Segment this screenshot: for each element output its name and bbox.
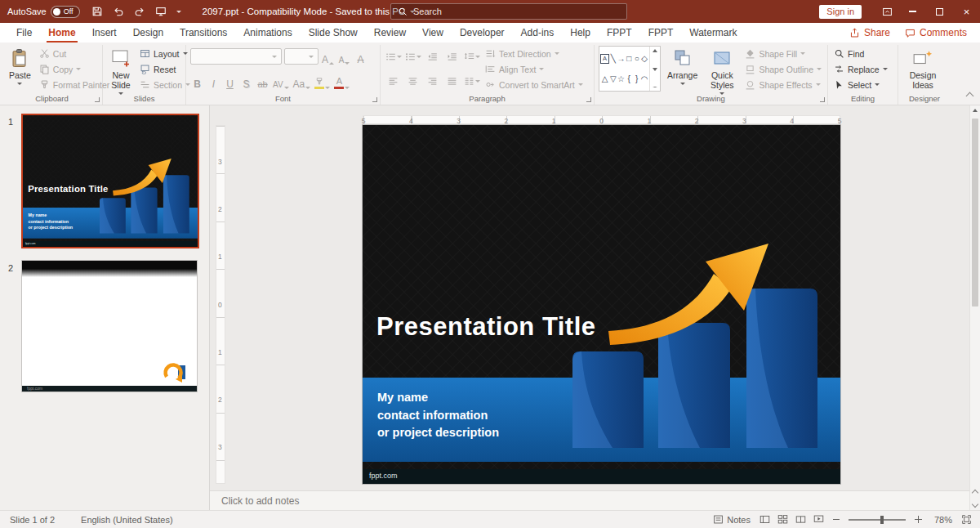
previous-slide-icon[interactable] xyxy=(972,490,978,496)
tab-transitions[interactable]: Transitions xyxy=(172,23,235,43)
zoom-out-icon[interactable] xyxy=(833,519,840,520)
font-name-combobox[interactable] xyxy=(190,48,282,65)
reading-view-icon[interactable] xyxy=(795,514,806,525)
document-title[interactable]: 2097.ppt - Compatibility Mode - Saved to… xyxy=(203,7,416,16)
minimize-button[interactable] xyxy=(899,0,926,23)
oval-shape-icon[interactable]: ○ xyxy=(635,54,639,63)
vertical-scrollbar[interactable] xyxy=(969,105,980,510)
save-icon[interactable] xyxy=(91,6,103,17)
select-button[interactable]: Select xyxy=(832,78,889,92)
underline-button[interactable]: U xyxy=(223,74,237,89)
cut-button[interactable]: Cut xyxy=(38,47,111,60)
slide-title[interactable]: Presentation Title xyxy=(376,312,596,342)
fit-slide-to-window-icon[interactable] xyxy=(961,514,972,525)
brace-right-shape-icon[interactable]: } xyxy=(635,74,638,83)
redo-icon[interactable] xyxy=(134,6,145,17)
star-shape-icon[interactable]: ☆ xyxy=(617,74,625,83)
shapes-more-icon[interactable] xyxy=(653,87,657,88)
sign-in-button[interactable]: Sign in xyxy=(819,5,862,19)
text-highlight-color-button[interactable] xyxy=(314,74,331,89)
undo-icon[interactable] xyxy=(113,6,124,17)
shrink-font-button[interactable]: A xyxy=(337,49,351,65)
font-dialog-launcher-icon[interactable] xyxy=(372,97,377,102)
paste-button[interactable]: Paste xyxy=(6,46,34,85)
slide-sorter-view-icon[interactable] xyxy=(777,514,788,525)
clipboard-dialog-launcher-icon[interactable] xyxy=(95,97,100,102)
arc-shape-icon[interactable]: ◠ xyxy=(641,74,648,83)
paragraph-dialog-launcher-icon[interactable] xyxy=(586,97,591,102)
format-painter-button[interactable]: Format Painter xyxy=(38,78,111,92)
slideshow-view-icon[interactable] xyxy=(813,514,824,525)
reset-button[interactable]: Reset xyxy=(138,62,192,76)
autosave-toggle[interactable]: Off xyxy=(51,6,80,18)
tab-design[interactable]: Design xyxy=(125,23,172,43)
share-button[interactable]: Share xyxy=(849,27,890,38)
ribbon-display-options-icon[interactable] xyxy=(875,0,899,23)
align-text-button[interactable]: Align Text xyxy=(483,62,585,76)
arrange-button[interactable]: Arrange xyxy=(664,46,701,85)
clear-formatting-button[interactable]: A xyxy=(354,49,368,65)
strikethrough-button[interactable]: ab xyxy=(256,74,270,89)
slide-2-thumbnail[interactable]: fppt.com xyxy=(21,260,198,392)
bold-button[interactable]: B xyxy=(190,74,204,89)
new-slide-button[interactable]: New Slide xyxy=(107,46,135,95)
section-button[interactable]: Section xyxy=(138,78,192,92)
bullets-button[interactable] xyxy=(385,49,402,65)
tab-view[interactable]: View xyxy=(414,23,452,43)
autosave-control[interactable]: AutoSave Off xyxy=(7,6,80,18)
slide-counter[interactable]: Slide 1 of 2 xyxy=(10,515,55,525)
tab-home[interactable]: Home xyxy=(40,23,83,43)
layout-button[interactable]: Layout xyxy=(138,47,192,60)
tab-fppt-1[interactable]: FPPT xyxy=(599,23,640,43)
normal-view-icon[interactable] xyxy=(760,514,770,525)
line-shape-icon[interactable]: ╲ xyxy=(611,54,616,63)
triangle-shape-icon[interactable]: △ xyxy=(602,74,608,83)
replace-button[interactable]: Replace xyxy=(832,62,889,76)
scroll-up-icon[interactable] xyxy=(973,109,978,112)
zoom-slider-thumb[interactable] xyxy=(880,516,884,524)
italic-button[interactable]: I xyxy=(207,74,220,89)
text-box-shape-icon[interactable]: A xyxy=(600,54,609,64)
triangle-down-shape-icon[interactable]: ▽ xyxy=(610,74,617,83)
increase-indent-button[interactable] xyxy=(443,49,461,65)
font-size-combobox[interactable] xyxy=(284,48,318,65)
collapse-ribbon-icon[interactable] xyxy=(966,92,974,101)
search-input[interactable] xyxy=(413,7,620,16)
font-color-button[interactable]: A xyxy=(333,74,350,89)
close-button[interactable]: × xyxy=(953,0,980,23)
rectangle-shape-icon[interactable]: □ xyxy=(626,54,631,63)
zoom-percent[interactable]: 78% xyxy=(931,515,952,525)
zoom-in-icon[interactable] xyxy=(915,516,922,523)
convert-to-smartart-button[interactable]: Convert to SmartArt xyxy=(483,78,585,92)
text-shadow-button[interactable]: S xyxy=(239,74,253,89)
grow-font-button[interactable]: A xyxy=(321,49,335,65)
tab-fppt-2[interactable]: FPPT xyxy=(640,23,682,43)
align-right-button[interactable] xyxy=(424,74,441,89)
shape-effects-button[interactable]: Shape Effects xyxy=(743,78,823,92)
copy-button[interactable]: Copy xyxy=(38,62,111,76)
drawing-dialog-launcher-icon[interactable] xyxy=(820,97,825,102)
slide-canvas[interactable]: Presentation Title My name contact infor… xyxy=(363,125,840,484)
search-box[interactable] xyxy=(390,3,627,20)
slide-byline[interactable]: My name contact information or project d… xyxy=(377,389,499,442)
find-button[interactable]: Find xyxy=(832,47,889,60)
maximize-button[interactable] xyxy=(926,0,953,23)
customize-qat-icon[interactable] xyxy=(176,11,181,13)
change-case-button[interactable]: Aa xyxy=(292,74,312,89)
tab-add-ins[interactable]: Add-ins xyxy=(513,23,563,43)
tab-file[interactable]: File xyxy=(8,23,40,43)
slide-1-thumbnail[interactable]: Presentation Title My name contact infor… xyxy=(21,114,199,248)
tab-review[interactable]: Review xyxy=(366,23,414,43)
decrease-indent-button[interactable] xyxy=(424,49,441,65)
shape-outline-button[interactable]: Shape Outline xyxy=(743,62,823,76)
start-slideshow-icon[interactable] xyxy=(155,6,167,17)
design-ideas-button[interactable]: Design Ideas xyxy=(902,46,943,90)
align-left-button[interactable] xyxy=(385,74,402,89)
zoom-slider[interactable] xyxy=(849,516,906,524)
numbering-button[interactable] xyxy=(404,49,421,65)
quick-styles-button[interactable]: Quick Styles xyxy=(704,46,740,95)
horizontal-ruler[interactable]: 5 4 3 2 1 0 1 2 3 4 5 xyxy=(363,115,840,124)
line-spacing-button[interactable] xyxy=(463,49,480,65)
vertical-ruler[interactable]: 3 2 1 0 1 2 3 xyxy=(216,125,225,484)
tab-help[interactable]: Help xyxy=(562,23,599,43)
